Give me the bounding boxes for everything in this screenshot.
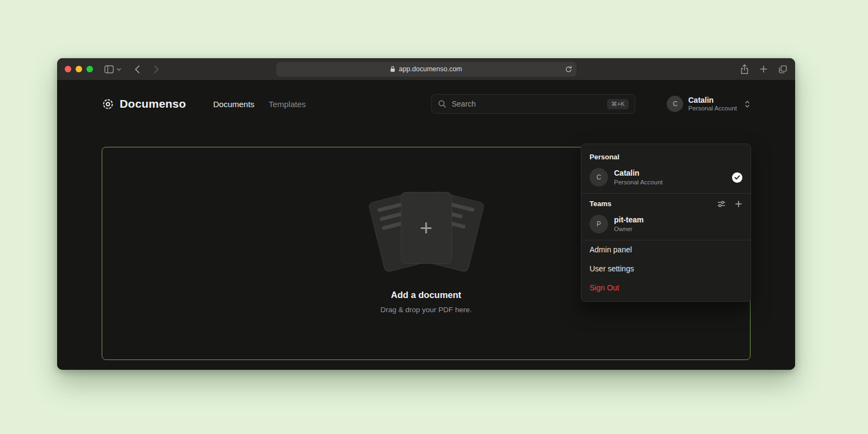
search-input[interactable] [451, 100, 602, 108]
close-window-button[interactable] [65, 66, 71, 72]
documenso-logo-icon [102, 98, 114, 110]
browser-window: app.documenso.com [57, 58, 795, 370]
account-menu-button[interactable]: C Catalin Personal Account [667, 96, 751, 113]
app-header: Documenso Documents Templates ⌘+K C Cata… [57, 80, 795, 128]
personal-section-label: Personal [581, 147, 751, 165]
menu-item-user-settings[interactable]: User settings [581, 259, 751, 278]
selected-check-icon [732, 172, 742, 183]
team-avatar: P [590, 215, 608, 233]
team-item-pit-team[interactable]: P pit-team Owner [581, 212, 751, 240]
window-controls [65, 66, 93, 72]
refresh-icon[interactable] [565, 66, 572, 73]
forward-icon[interactable] [153, 65, 159, 74]
chevron-up-down-icon [744, 100, 751, 108]
dropzone-subtitle: Drag & drop your PDF here. [380, 306, 472, 314]
add-team-icon[interactable] [735, 200, 742, 208]
new-tab-icon[interactable] [759, 65, 768, 73]
account-name: Catalin [688, 96, 737, 105]
account-type: Personal Account [688, 105, 737, 113]
teams-section-label: Teams [590, 200, 611, 208]
document-card-center: + [401, 192, 452, 264]
teams-section-header: Teams [581, 194, 751, 212]
document-stack-illustration: + [369, 192, 483, 274]
personal-account-avatar: C [590, 168, 608, 187]
personal-account-item[interactable]: C Catalin Personal Account [581, 165, 751, 193]
tab-overview-icon[interactable] [778, 65, 788, 74]
url-text: app.documenso.com [399, 65, 462, 73]
share-icon[interactable] [740, 64, 749, 75]
personal-account-text: Catalin Personal Account [614, 169, 663, 186]
menu-item-sign-out[interactable]: Sign Out [581, 278, 751, 297]
account-avatar: C [667, 96, 683, 112]
manage-teams-icon[interactable] [717, 200, 726, 208]
toolbar-actions [740, 64, 788, 75]
zoom-window-button[interactable] [86, 66, 93, 72]
teams-actions [717, 200, 742, 208]
team-role: Owner [614, 225, 643, 233]
team-name: pit-team [614, 215, 643, 225]
search-icon [438, 100, 447, 108]
search-shortcut-badge: ⌘+K [607, 99, 629, 109]
nav-item-templates[interactable]: Templates [269, 100, 306, 109]
main-nav: Documents Templates [213, 100, 306, 109]
address-bar[interactable]: app.documenso.com [276, 62, 576, 77]
team-text: pit-team Owner [614, 215, 643, 233]
documenso-app: Documenso Documents Templates ⌘+K C Cata… [57, 80, 795, 370]
brand-logo-home-link[interactable]: Documenso [102, 97, 186, 110]
menu-item-admin-panel[interactable]: Admin panel [581, 240, 751, 259]
back-icon[interactable] [134, 65, 140, 74]
minimize-window-button[interactable] [76, 66, 82, 72]
personal-account-type: Personal Account [614, 178, 663, 186]
sidebar-toggle-icon[interactable] [104, 65, 114, 74]
account-text: Catalin Personal Account [688, 96, 737, 113]
plus-icon: + [401, 193, 451, 263]
chevron-down-icon[interactable] [116, 67, 121, 71]
nav-item-documents[interactable]: Documents [213, 100, 255, 109]
account-dropdown-menu: Personal C Catalin Personal Account Team… [581, 144, 751, 302]
browser-toolbar: app.documenso.com [57, 58, 795, 80]
lock-icon [390, 66, 395, 72]
dropzone-title: Add a document [391, 290, 461, 300]
personal-account-name: Catalin [614, 169, 663, 178]
brand-name: Documenso [120, 97, 186, 110]
search-bar: ⌘+K [431, 94, 635, 114]
